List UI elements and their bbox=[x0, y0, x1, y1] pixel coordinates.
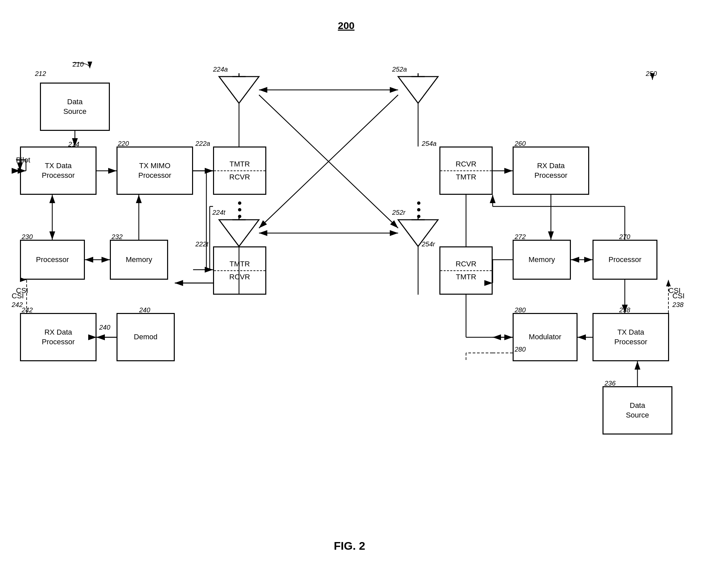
svg-text:240: 240 bbox=[99, 323, 110, 331]
diagram: 200 210 250 DataSource 212 TX DataProces… bbox=[0, 0, 722, 588]
antenna-252r bbox=[398, 220, 438, 246]
diagram-svg: 224a 224t 252a 252r bbox=[0, 0, 722, 588]
svg-point-22 bbox=[238, 215, 241, 218]
svg-text:CSI: CSI bbox=[12, 292, 24, 300]
svg-text:224a: 224a bbox=[213, 66, 228, 73]
antenna-224a bbox=[219, 77, 259, 103]
svg-point-24 bbox=[417, 208, 420, 211]
antenna-224t bbox=[219, 220, 259, 246]
svg-text:242: 242 bbox=[11, 301, 23, 308]
antenna-252a bbox=[398, 77, 438, 103]
svg-text:280: 280 bbox=[514, 345, 526, 353]
svg-text:252r: 252r bbox=[392, 209, 406, 216]
svg-text:238: 238 bbox=[672, 301, 683, 308]
svg-text:CSI: CSI bbox=[673, 292, 685, 300]
svg-point-20 bbox=[238, 202, 241, 205]
svg-point-21 bbox=[238, 208, 241, 211]
svg-text:252a: 252a bbox=[392, 66, 407, 73]
svg-point-23 bbox=[417, 202, 420, 205]
svg-text:224t: 224t bbox=[212, 209, 226, 216]
svg-point-25 bbox=[417, 215, 420, 218]
